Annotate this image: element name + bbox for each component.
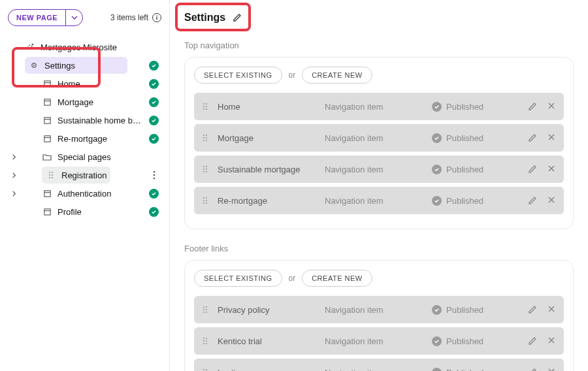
svg-point-28: [206, 106, 207, 107]
svg-rect-8: [44, 117, 50, 123]
more-icon[interactable]: [149, 170, 159, 180]
nav-item-type: Navigation item: [325, 336, 423, 346]
tree-row-sustainable[interactable]: Sustainable home building mortgage: [8, 111, 161, 129]
close-icon[interactable]: [547, 367, 556, 371]
nav-item-row[interactable]: kentico.comNavigation itemPublished: [194, 359, 564, 371]
edit-icon[interactable]: [527, 133, 538, 143]
new-page-button[interactable]: NEW PAGE: [8, 9, 83, 26]
svg-point-29: [203, 108, 204, 110]
nav-item-status: Published: [432, 305, 518, 315]
edit-icon[interactable]: [527, 101, 538, 112]
chevron-right-icon[interactable]: [8, 154, 20, 160]
svg-point-49: [203, 306, 204, 308]
site-name: Mortgages Microsite: [41, 42, 159, 52]
nav-item-label: Re-mortgage: [218, 196, 316, 206]
nav-item-type: Navigation item: [325, 133, 423, 143]
nav-item-label: Sustainable mortgage: [218, 165, 316, 174]
nav-item-status: Published: [432, 368, 518, 372]
nav-item-row[interactable]: MortgageNavigation itemPublished: [194, 124, 564, 152]
drag-handle-icon[interactable]: [202, 305, 208, 314]
close-icon[interactable]: [547, 336, 556, 346]
svg-point-34: [206, 137, 207, 138]
new-page-label: NEW PAGE: [8, 10, 65, 25]
tree-row-mortgage[interactable]: Mortgage: [8, 93, 161, 111]
svg-point-61: [203, 369, 204, 370]
select-existing-button[interactable]: SELECT EXISTING: [194, 270, 282, 287]
info-icon[interactable]: i: [152, 13, 161, 22]
tree-label: Authentication: [57, 189, 144, 199]
page-icon: [42, 80, 52, 88]
nav-item-row[interactable]: Privacy policyNavigation itemPublished: [194, 296, 564, 323]
nav-item-row[interactable]: Re-mortgageNavigation itemPublished: [194, 187, 564, 214]
nav-item-status: Published: [432, 133, 518, 143]
edit-icon[interactable]: [527, 195, 538, 206]
tree-label: Settings: [44, 61, 123, 71]
edit-icon[interactable]: [527, 164, 538, 174]
check-icon: [432, 336, 442, 346]
svg-point-53: [203, 312, 204, 313]
close-icon[interactable]: [547, 304, 556, 315]
drag-handle-icon[interactable]: [202, 102, 208, 111]
tree-label: Home: [57, 79, 144, 89]
tree-label: Registration: [61, 170, 106, 180]
chevron-right-icon[interactable]: [8, 191, 20, 197]
svg-point-59: [203, 343, 204, 344]
close-icon[interactable]: [547, 164, 556, 174]
tree-row-home[interactable]: Home: [8, 74, 161, 93]
svg-point-33: [203, 137, 204, 138]
chevron-right-icon[interactable]: [8, 172, 20, 178]
close-icon[interactable]: [547, 133, 556, 143]
tree-row-authentication[interactable]: Authentication: [8, 184, 161, 202]
or-text: or: [289, 71, 296, 80]
nav-item-row[interactable]: Kentico trialNavigation itemPublished: [194, 327, 564, 355]
site-icon: [25, 42, 35, 52]
check-icon: [432, 305, 442, 315]
svg-point-13: [52, 172, 53, 173]
svg-point-35: [203, 140, 204, 141]
svg-point-55: [203, 338, 204, 339]
drag-handle-icon[interactable]: [202, 368, 208, 371]
create-new-button[interactable]: CREATE NEW: [302, 67, 372, 84]
svg-point-42: [206, 171, 207, 172]
new-page-dropdown[interactable]: [65, 10, 82, 25]
nav-item-label: Kentico trial: [218, 336, 316, 346]
items-left: 3 items left i: [110, 13, 161, 22]
nav-item-status: Published: [432, 336, 518, 346]
edit-icon[interactable]: [527, 304, 538, 315]
select-existing-button[interactable]: SELECT EXISTING: [194, 67, 282, 84]
tree-row-profile[interactable]: Profile: [8, 202, 161, 221]
tree-row-registration[interactable]: Registration: [8, 166, 161, 184]
nav-item-row[interactable]: HomeNavigation itemPublished: [194, 93, 564, 120]
edit-icon[interactable]: [527, 367, 538, 371]
status-published-icon: [149, 134, 159, 144]
drag-handle-icon[interactable]: [202, 336, 208, 346]
folder-icon: [42, 153, 52, 161]
check-icon: [432, 368, 442, 372]
page-icon: [42, 135, 52, 143]
svg-point-14: [49, 174, 50, 176]
nav-item-row[interactable]: Sustainable mortgageNavigation itemPubli…: [194, 155, 564, 183]
svg-point-0: [28, 45, 32, 49]
section-footer-links: Footer links SELECT EXISTING or CREATE N…: [184, 244, 574, 371]
close-icon[interactable]: [547, 101, 556, 112]
create-new-button[interactable]: CREATE NEW: [302, 270, 372, 287]
tree-site-root[interactable]: Mortgages Microsite: [8, 38, 161, 56]
svg-point-16: [49, 177, 50, 178]
nav-item-label: Privacy policy: [218, 305, 316, 315]
svg-point-44: [206, 197, 207, 199]
svg-point-51: [203, 309, 204, 310]
tree-label: Re-mortgage: [57, 134, 144, 144]
close-icon[interactable]: [547, 195, 556, 206]
drag-handle-icon[interactable]: [202, 196, 208, 205]
edit-icon[interactable]: [527, 336, 538, 346]
drag-handle-icon[interactable]: [202, 133, 208, 142]
edit-icon[interactable]: [232, 12, 242, 23]
chevron-down-icon: [71, 14, 78, 21]
tree-row-remortgage[interactable]: Re-mortgage: [8, 129, 161, 148]
tree-row-special-pages[interactable]: Special pages: [8, 148, 161, 166]
drag-handle-icon[interactable]: [202, 165, 208, 174]
tree-row-settings[interactable]: Settings: [8, 56, 161, 74]
svg-point-56: [206, 338, 207, 339]
svg-rect-23: [44, 208, 50, 214]
svg-point-19: [153, 174, 155, 176]
